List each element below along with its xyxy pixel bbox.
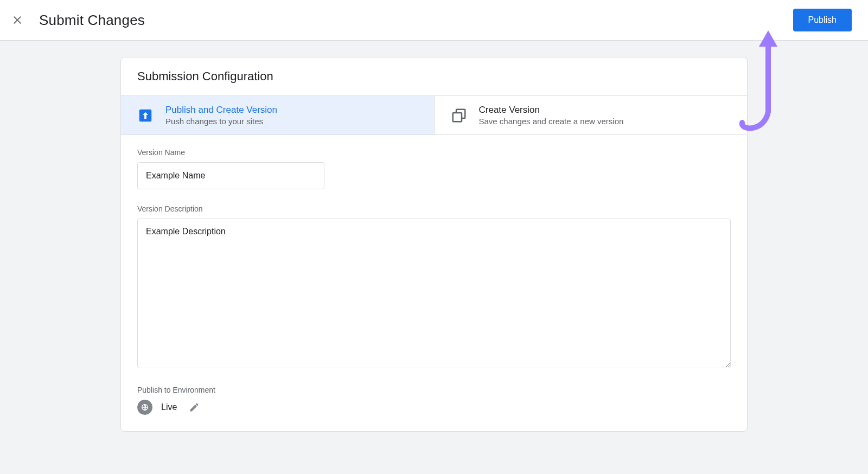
version-name-input[interactable] — [137, 162, 324, 189]
environment-name: Live — [161, 402, 177, 412]
tab-subtitle: Save changes and create a new version — [479, 117, 624, 126]
tab-publish-create-version[interactable]: Publish and Create Version Push changes … — [121, 96, 435, 134]
tab-text: Publish and Create Version Push changes … — [165, 105, 277, 126]
publish-button[interactable]: Publish — [793, 9, 852, 31]
pencil-icon[interactable] — [189, 402, 200, 413]
submission-config-card: Submission Configuration Publish and Cre… — [120, 57, 748, 432]
copy-icon — [451, 107, 467, 124]
tabs: Publish and Create Version Push changes … — [121, 95, 747, 135]
version-description-label: Version Description — [137, 204, 731, 213]
upload-icon — [137, 107, 154, 124]
environment-row: Live — [137, 400, 731, 415]
globe-icon — [137, 400, 152, 415]
main-area: Submission Configuration Publish and Cre… — [0, 41, 868, 453]
header: Submit Changes Publish — [0, 0, 868, 41]
tab-text: Create Version Save changes and create a… — [479, 105, 624, 126]
svg-rect-4 — [452, 113, 461, 121]
close-icon[interactable] — [11, 14, 24, 27]
publish-env-label: Publish to Environment — [137, 386, 731, 394]
version-name-label: Version Name — [137, 148, 731, 157]
tab-create-version[interactable]: Create Version Save changes and create a… — [435, 96, 748, 134]
card-title: Submission Configuration — [121, 57, 747, 95]
form-area: Version Name Version Description Publish… — [121, 135, 747, 431]
tab-title: Create Version — [479, 105, 624, 116]
tab-title: Publish and Create Version — [165, 105, 277, 116]
tab-subtitle: Push changes to your sites — [165, 117, 277, 126]
version-description-input[interactable] — [137, 219, 731, 368]
page-title: Submit Changes — [39, 12, 793, 29]
